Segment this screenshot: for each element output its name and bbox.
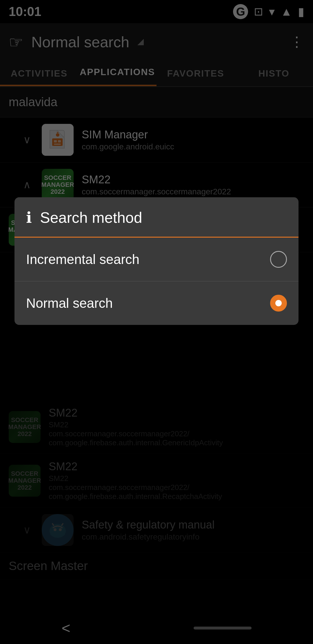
- dialog-title-section: ℹ Search method: [14, 197, 299, 237]
- dialog-title-text: Search method: [40, 209, 142, 226]
- incremental-search-option[interactable]: Incremental search: [14, 238, 299, 281]
- normal-search-radio[interactable]: [270, 295, 287, 312]
- normal-search-label: Normal search: [26, 295, 113, 311]
- incremental-search-label: Incremental search: [26, 252, 139, 267]
- incremental-search-radio[interactable]: [270, 251, 287, 268]
- info-icon: ℹ: [26, 209, 32, 226]
- search-method-dialog: ℹ Search method Incremental search Norma…: [14, 197, 299, 325]
- normal-search-option[interactable]: Normal search: [14, 281, 299, 325]
